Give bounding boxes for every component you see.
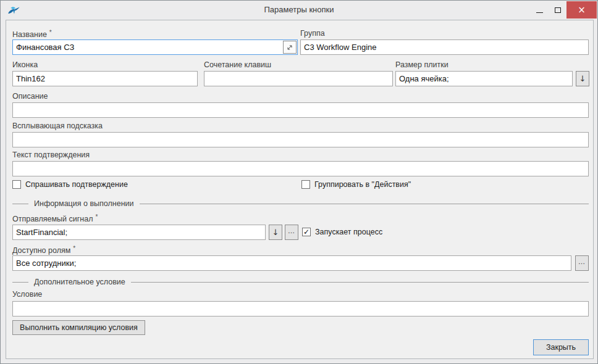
name-label: Название* — [12, 29, 52, 39]
signal-required-mark: * — [95, 213, 98, 220]
roles-label: Доступно ролям* — [12, 245, 75, 255]
window-controls: × — [531, 1, 597, 19]
checkbox-box — [12, 180, 21, 189]
maximize-icon — [555, 7, 561, 13]
icon-label: Иконка — [12, 60, 38, 69]
shortcut-label: Сочетание клавиш — [204, 60, 271, 69]
content-panel: Название* Группа Иконка Сочетание клавиш… — [6, 20, 594, 359]
signal-input[interactable] — [12, 225, 266, 240]
confirm-text-label: Текст подтверждения — [12, 151, 90, 159]
checkbox-box — [301, 180, 310, 189]
group-actions-label: Группировать в "Действия" — [314, 180, 411, 189]
maximize-button[interactable] — [549, 1, 566, 19]
minimize-icon — [536, 12, 543, 13]
name-field-wrapper — [12, 39, 298, 55]
diagonal-resize-icon — [286, 44, 293, 51]
signal-ellipsis-button[interactable]: … — [285, 225, 298, 240]
condition-section-header: Дополнительное условие — [12, 278, 589, 286]
roles-required-mark: * — [73, 245, 75, 252]
tooltip-input[interactable] — [12, 132, 589, 147]
separator-line — [140, 204, 589, 204]
signal-dropdown-button[interactable]: ↓ — [269, 225, 282, 240]
ellipsis-icon: … — [578, 258, 586, 266]
roles-ellipsis-button[interactable]: … — [575, 255, 589, 271]
close-icon: × — [578, 6, 586, 15]
tooltip-label: Всплывающая подсказка — [12, 122, 103, 130]
starts-process-label: Запускает процесс — [315, 228, 382, 236]
checkmark-icon: ✓ — [303, 228, 310, 236]
tile-size-input[interactable] — [395, 71, 573, 86]
arrow-down-icon: ↓ — [579, 74, 586, 83]
group-input[interactable] — [300, 39, 589, 55]
close-dialog-button[interactable]: Закрыть — [533, 339, 589, 355]
starts-process-checkbox[interactable]: ✓ Запускает процесс — [302, 228, 382, 236]
name-required-mark: * — [49, 29, 52, 36]
separator-line — [131, 282, 589, 283]
ask-confirmation-checkbox[interactable]: Спрашивать подтверждение — [12, 180, 128, 189]
tile-size-label: Размер плитки — [395, 60, 448, 69]
confirm-text-input[interactable] — [12, 161, 589, 176]
close-button[interactable]: × — [566, 1, 597, 19]
group-actions-checkbox[interactable]: Группировать в "Действия" — [301, 180, 411, 189]
condition-label: Условие — [12, 290, 42, 299]
checkbox-box: ✓ — [302, 228, 311, 236]
name-expand-button[interactable] — [283, 41, 297, 54]
group-label: Группа — [300, 29, 325, 38]
titlebar: Параметры кнопки × — [1, 1, 597, 19]
description-input[interactable] — [12, 102, 589, 118]
minimize-button[interactable] — [531, 1, 549, 19]
separator-line — [12, 282, 28, 283]
condition-section-title: Дополнительное условие — [34, 278, 125, 286]
tile-size-dropdown-button[interactable]: ↓ — [576, 71, 589, 86]
description-label: Описание — [12, 92, 48, 101]
name-input[interactable] — [13, 40, 283, 54]
ask-confirmation-label: Спрашивать подтверждение — [25, 180, 128, 189]
roles-input[interactable] — [12, 255, 571, 271]
execution-section-header: Информация о выполнении — [12, 199, 589, 208]
execution-section-title: Информация о выполнении — [34, 199, 134, 208]
ellipsis-icon: … — [288, 227, 295, 235]
arrow-down-icon: ↓ — [272, 228, 279, 237]
condition-input[interactable] — [12, 301, 589, 316]
separator-line — [12, 204, 28, 204]
window-title: Параметры кнопки — [1, 5, 597, 14]
shortcut-input[interactable] — [204, 71, 393, 86]
compile-condition-button[interactable]: Выполнить компиляцию условия — [12, 320, 145, 335]
signal-label: Отправляемый сигнал* — [12, 213, 98, 223]
icon-input[interactable] — [12, 71, 198, 86]
dialog-window: Параметры кнопки × Название* — [0, 0, 598, 364]
